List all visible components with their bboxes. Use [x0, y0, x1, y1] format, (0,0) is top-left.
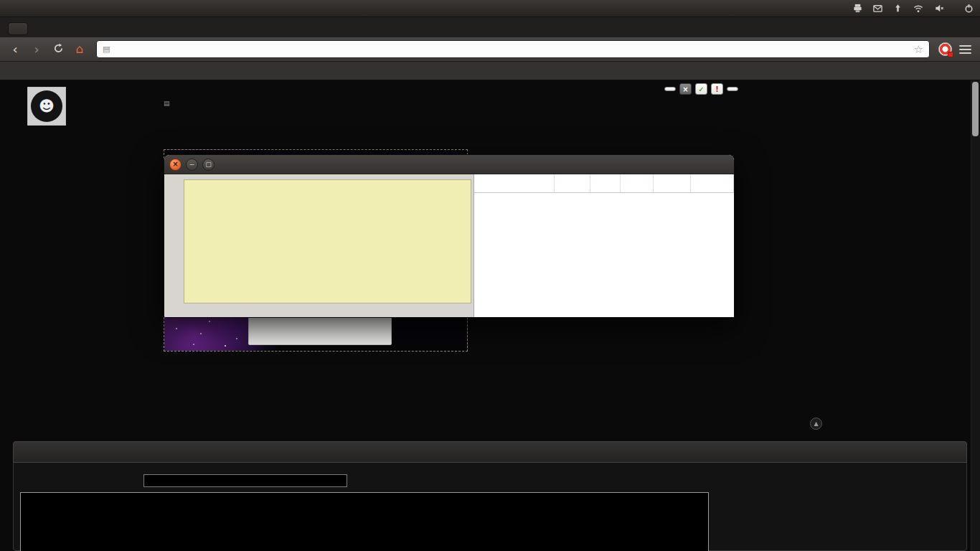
header-enabled[interactable]	[691, 174, 734, 192]
report-post-button[interactable]: !	[711, 83, 723, 95]
header-value[interactable]	[555, 174, 590, 192]
ubuntu-top-panel	[0, 0, 980, 17]
forum-page: ☻ × ✓ ! ▤	[0, 80, 980, 551]
session-power-icon[interactable]	[963, 3, 974, 14]
address-bar[interactable]: ▤ ☆	[96, 40, 930, 58]
sensor-table-header[interactable]	[474, 174, 734, 193]
quick-reply-header	[13, 441, 967, 463]
updates-indicator-icon[interactable]	[892, 3, 903, 14]
extension-icon[interactable]	[938, 42, 952, 56]
avatar-image: ☻	[31, 90, 62, 122]
psensor-window: × − ▢	[164, 154, 735, 318]
scroll-to-top-button[interactable]: ▲	[810, 418, 822, 430]
desktop-screen: ‹ › ⌂ ▤ ☆ ☻ × ✓ !	[0, 0, 980, 551]
new-tab-button[interactable]	[8, 22, 28, 35]
back-icon[interactable]: ‹	[7, 43, 23, 56]
tab-strip	[0, 17, 980, 37]
delete-post-button[interactable]: ×	[679, 83, 692, 95]
bookmarks-bar	[0, 62, 980, 80]
edit-post-button[interactable]	[664, 87, 676, 91]
sensor-graph-area	[164, 174, 474, 317]
post-meta: ▤	[164, 100, 179, 107]
volume-muted-indicator-icon[interactable]	[933, 3, 945, 14]
reply-textarea[interactable]	[20, 492, 709, 551]
network-indicator-icon[interactable]	[913, 3, 924, 14]
indicator-area	[852, 3, 974, 14]
window-maximize-icon[interactable]: ▢	[202, 159, 215, 171]
header-sensor[interactable]	[474, 174, 555, 192]
page-security-icon[interactable]: ▤	[103, 44, 110, 54]
header-min[interactable]	[590, 174, 621, 192]
mail-indicator-icon[interactable]	[872, 3, 883, 14]
sensor-graph-svg	[184, 180, 471, 303]
window-close-icon[interactable]: ×	[169, 159, 182, 171]
extension-badge	[948, 52, 953, 57]
psensor-titlebar[interactable]: × − ▢	[164, 155, 734, 174]
sensor-graph-plot	[184, 179, 471, 303]
post-icon: ▤	[164, 100, 170, 107]
header-color[interactable]	[654, 174, 691, 192]
avatar: ☻	[27, 87, 66, 126]
browser-toolbar: ‹ › ⌂ ▤ ☆	[0, 37, 980, 62]
forward-icon[interactable]: ›	[29, 43, 44, 56]
page-scrollbar[interactable]	[971, 80, 980, 551]
reply-button[interactable]	[727, 87, 738, 91]
browser-menu-icon[interactable]	[958, 42, 973, 57]
subject-input[interactable]	[143, 474, 347, 487]
home-icon[interactable]: ⌂	[72, 43, 88, 55]
window-minimize-icon[interactable]: −	[186, 159, 198, 171]
reload-icon[interactable]	[50, 43, 66, 56]
printer-indicator-icon[interactable]	[852, 3, 863, 14]
psensor-body	[164, 174, 734, 317]
scrollbar-thumb[interactable]	[972, 82, 979, 136]
header-max[interactable]	[621, 174, 654, 192]
approve-post-button[interactable]: ✓	[695, 83, 707, 95]
post-actions: × ✓ !	[664, 83, 738, 95]
bookmark-star-icon[interactable]: ☆	[914, 43, 923, 56]
sensor-table	[474, 174, 734, 317]
